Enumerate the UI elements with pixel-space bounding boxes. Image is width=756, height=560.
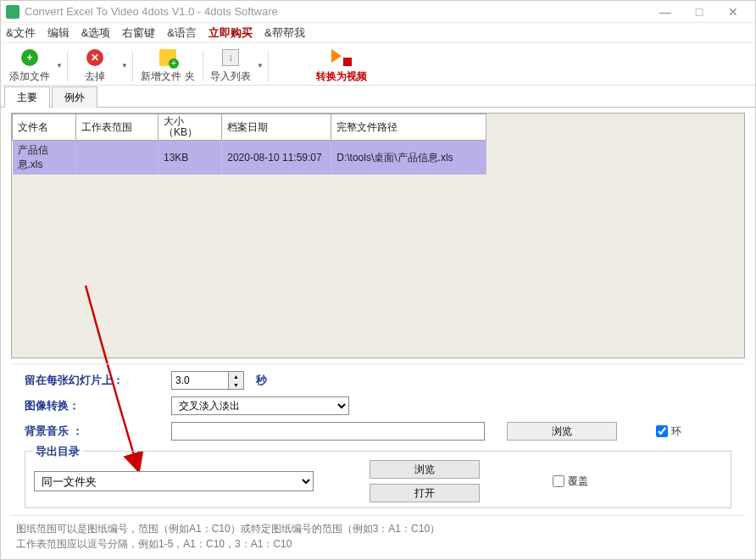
delete-icon: ✕ <box>86 49 103 66</box>
cell-worksheet <box>76 141 158 175</box>
export-folder-select[interactable]: 同一文件夹 <box>34 471 314 491</box>
export-browse-button[interactable]: 浏览 <box>370 460 480 479</box>
add-file-label: 添加文件 <box>9 69 50 84</box>
add-file-dropdown[interactable]: ▼ <box>55 62 64 69</box>
cell-filename: 产品信息.xls <box>13 141 76 175</box>
bgm-browse-button[interactable]: 浏览 <box>507 422 617 441</box>
settings-form: 留在每张幻灯片上： ▲▼ 秒 图像转换： 交叉淡入淡出 背景音乐 ： 浏览 环 … <box>11 363 745 516</box>
menu-rightkey[interactable]: 右窗键 <box>122 25 155 41</box>
loop-label: 环 <box>671 424 681 439</box>
maximize-button[interactable]: □ <box>682 2 716 22</box>
folder-add-icon <box>159 49 176 66</box>
export-open-button[interactable]: 打开 <box>370 484 480 502</box>
stay-unit: 秒 <box>256 373 267 388</box>
app-icon <box>6 5 19 19</box>
import-list-dropdown[interactable]: ▼ <box>256 62 264 69</box>
col-size[interactable]: 大小（KB） <box>158 114 222 141</box>
remove-label: 去掉 <box>85 69 105 84</box>
menu-help[interactable]: &帮帮我 <box>264 25 305 41</box>
stay-label: 留在每张幻灯片上： <box>25 373 164 388</box>
col-date[interactable]: 档案日期 <box>222 114 331 141</box>
col-filename[interactable]: 文件名 <box>13 114 76 141</box>
window-title: Convert Excel To Video 4dots V1.0 - 4dot… <box>25 5 648 18</box>
menu-buy-now[interactable]: 立即购买 <box>208 25 253 41</box>
menu-edit[interactable]: 编辑 <box>47 25 69 41</box>
remove-dropdown[interactable]: ▼ <box>120 62 129 69</box>
cell-size: 13KB <box>158 141 222 175</box>
plus-icon: + <box>21 49 38 66</box>
overwrite-label: 覆盖 <box>568 474 588 489</box>
convert-icon <box>331 49 352 66</box>
spin-down-icon[interactable]: ▼ <box>229 380 243 389</box>
remove-button[interactable]: ✕ 去掉 <box>71 46 119 86</box>
overwrite-checkbox[interactable]: 覆盖 <box>553 474 588 489</box>
loop-checkbox[interactable]: 环 <box>656 424 681 439</box>
table-row[interactable]: 产品信息.xls 13KB 2020-08-10 11:59:07 D:\too… <box>13 141 486 175</box>
menu-file[interactable]: &文件 <box>6 25 36 41</box>
new-folder-label: 新增文件 夹 <box>141 69 194 84</box>
import-icon <box>222 49 239 66</box>
new-folder-button[interactable]: 新增文件 夹 <box>136 46 199 86</box>
menu-options[interactable]: &选项 <box>81 25 111 41</box>
add-file-button[interactable]: + 添加文件 <box>6 46 53 86</box>
minimize-button[interactable]: — <box>648 2 682 22</box>
table-header-row: 文件名 工作表范围 大小（KB） 档案日期 完整文件路径 <box>13 114 486 141</box>
tab-except[interactable]: 例外 <box>52 86 97 108</box>
export-legend: 导出目录 <box>32 444 83 459</box>
convert-to-video-button[interactable]: 转换为视频 <box>308 46 375 86</box>
separator <box>67 51 68 81</box>
transition-label: 图像转换： <box>25 398 164 413</box>
separator <box>132 51 133 81</box>
stay-spinner[interactable]: ▲▼ <box>171 371 244 390</box>
export-group: 导出目录 同一文件夹 浏览 打开 覆盖 <box>25 451 731 508</box>
hint-line-2: 工作表范围应以逗号分隔，例如1-5，A1：C10，3：A1：C10 <box>16 536 740 552</box>
import-list-button[interactable]: 导入列表 <box>207 46 254 86</box>
bgm-label: 背景音乐 ： <box>25 424 164 439</box>
bgm-input[interactable] <box>171 422 485 441</box>
tab-main[interactable]: 主要 <box>4 86 50 108</box>
toolbar: + 添加文件 ▼ ✕ 去掉 ▼ 新增文件 夹 导入列表 ▼ 转换为视频 <box>1 43 755 86</box>
menu-language[interactable]: &语言 <box>167 25 197 41</box>
stay-input[interactable] <box>172 372 228 389</box>
overwrite-check-input[interactable] <box>553 475 564 487</box>
cell-date: 2020-08-10 11:59:07 <box>222 141 331 175</box>
col-path[interactable]: 完整文件路径 <box>331 114 486 141</box>
separator <box>203 51 203 81</box>
main-pane: 文件名 工作表范围 大小（KB） 档案日期 完整文件路径 产品信息.xls 13… <box>1 108 755 363</box>
transition-select[interactable]: 交叉淡入淡出 <box>171 396 349 415</box>
convert-label: 转换为视频 <box>316 69 367 84</box>
hint-text: 图纸范围可以是图纸编号，范围（例如A1：C10）或特定图纸编号的范围（例如3：A… <box>1 516 755 557</box>
file-table: 文件名 工作表范围 大小（KB） 档案日期 完整文件路径 产品信息.xls 13… <box>12 114 486 175</box>
tab-strip: 主要 例外 <box>1 86 755 108</box>
title-bar: Convert Excel To Video 4dots V1.0 - 4dot… <box>1 1 755 23</box>
close-button[interactable]: ✕ <box>716 2 750 22</box>
cell-path: D:\tools\桌面\产品信息.xls <box>331 141 486 175</box>
loop-check-input[interactable] <box>656 425 668 437</box>
menu-bar: &文件 编辑 &选项 右窗键 &语言 立即购买 &帮帮我 <box>1 23 755 43</box>
separator <box>268 51 269 81</box>
file-table-container: 文件名 工作表范围 大小（KB） 档案日期 完整文件路径 产品信息.xls 13… <box>11 113 745 358</box>
hint-line-1: 图纸范围可以是图纸编号，范围（例如A1：C10）或特定图纸编号的范围（例如3：A… <box>16 521 740 536</box>
import-list-label: 导入列表 <box>210 69 251 84</box>
spin-up-icon[interactable]: ▲ <box>229 372 243 380</box>
col-worksheet[interactable]: 工作表范围 <box>76 114 158 141</box>
